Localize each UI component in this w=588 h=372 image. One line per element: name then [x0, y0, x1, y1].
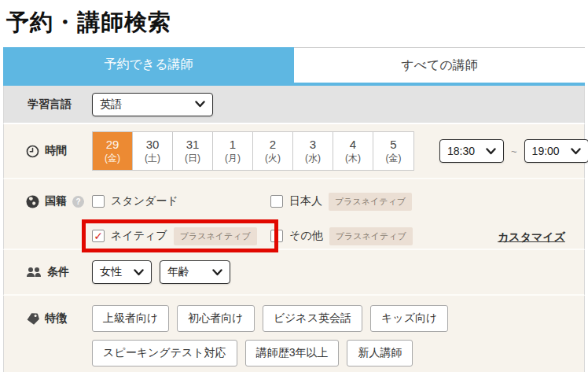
age-select-value: 年齢 — [167, 265, 189, 279]
search-panel: 予約できる講師 すべての講師 学習言語 英語 時間 29 (金) 30 — [3, 47, 585, 372]
date-cell[interactable]: 3 (水) — [293, 132, 333, 170]
checkmark-icon: ✓ — [94, 230, 103, 241]
japanese-checkbox[interactable] — [270, 195, 283, 208]
date-cell[interactable]: 1 (月) — [213, 132, 253, 170]
feature-tags: 上級者向け 初心者向け ビジネス英会話 キッズ向け スピーキングテスト対応 講師… — [92, 305, 584, 366]
globe-icon — [26, 195, 39, 208]
condition-label: 条件 — [47, 265, 69, 279]
chevron-down-icon — [134, 269, 144, 276]
standard-label: スタンダード — [111, 194, 178, 208]
tab-bookable-teachers[interactable]: 予約できる講師 — [3, 47, 294, 83]
chevron-down-icon — [212, 269, 222, 276]
language-select-value: 英語 — [100, 98, 122, 112]
people-icon — [26, 267, 42, 278]
feature-tag-button[interactable]: 初心者向け — [177, 305, 254, 332]
date-cell[interactable]: 29 (金) — [93, 132, 133, 170]
option-standard: スタンダード — [92, 190, 270, 212]
feature-tag-button[interactable]: 新人講師 — [347, 340, 413, 366]
features-label: 特徴 — [45, 311, 67, 326]
age-select[interactable]: 年齢 — [160, 260, 230, 284]
row-features: 特徴 上級者向け 初心者向け ビジネス英会話 キッズ向け スピーキングテスト対応… — [3, 296, 585, 372]
start-time-value: 18:30 — [447, 145, 475, 157]
clock-icon — [26, 145, 39, 158]
feature-tag-button[interactable]: ビジネス英会話 — [263, 305, 362, 332]
tab-bar: 予約できる講師 すべての講師 — [3, 47, 585, 86]
row-time: 時間 29 (金) 30 (土) 31 (日) 1 (月) 2 (火) — [3, 124, 585, 179]
customize-link[interactable]: カスタマイズ — [498, 230, 565, 245]
other-label: その他 — [289, 229, 323, 243]
language-select[interactable]: 英語 — [92, 93, 213, 116]
row-nationality: 国籍 ? スタンダード ✓ ネイティブ プラスネイティブ 日本人 — [3, 179, 585, 250]
date-picker: 29 (金) 30 (土) 31 (日) 1 (月) 2 (火) 3 (水) — [92, 131, 414, 171]
chevron-down-icon — [486, 148, 496, 155]
learning-language-label: 学習言語 — [4, 98, 92, 112]
tag-icon — [26, 312, 39, 326]
date-cell[interactable]: 4 (木) — [333, 132, 373, 170]
chevron-down-icon — [195, 101, 205, 108]
start-time-select[interactable]: 18:30 — [439, 139, 504, 163]
time-range-separator: ~ — [511, 145, 517, 157]
native-checkbox[interactable]: ✓ — [92, 230, 105, 242]
gender-select-value: 女性 — [100, 265, 122, 279]
plus-native-badge: プラスネイティブ — [174, 227, 257, 245]
feature-tag-button[interactable]: スピーキングテスト対応 — [92, 340, 237, 366]
feature-tag-button[interactable]: 講師歴3年以上 — [245, 340, 340, 366]
end-time-value: 19:00 — [532, 145, 560, 157]
plus-native-badge: プラスネイティブ — [329, 227, 413, 245]
date-cell[interactable]: 30 (土) — [133, 132, 173, 170]
time-label: 時間 — [45, 144, 67, 158]
feature-tag-button[interactable]: キッズ向け — [370, 305, 448, 332]
plus-native-badge: プラスネイティブ — [329, 193, 412, 211]
row-learning-language: 学習言語 英語 — [3, 86, 585, 124]
chevron-down-icon — [571, 148, 581, 155]
japanese-label: 日本人 — [289, 194, 322, 208]
page-title: 予約・講師検索 — [0, 0, 588, 47]
date-cell[interactable]: 31 (日) — [173, 132, 213, 170]
option-japanese: 日本人 プラスネイティブ — [270, 190, 413, 212]
feature-tag-button[interactable]: 上級者向け — [92, 305, 169, 332]
other-checkbox[interactable] — [270, 230, 283, 242]
date-cell[interactable]: 2 (火) — [253, 132, 293, 170]
tab-all-teachers[interactable]: すべての講師 — [294, 47, 585, 83]
gender-select[interactable]: 女性 — [92, 260, 152, 284]
date-cell[interactable]: 5 (金) — [373, 132, 413, 170]
row-condition: 条件 女性 年齢 — [3, 250, 585, 296]
end-time-select[interactable]: 19:00 — [524, 139, 588, 163]
help-icon[interactable]: ? — [72, 196, 84, 208]
nationality-label: 国籍 — [45, 194, 67, 208]
option-native: ✓ ネイティブ プラスネイティブ — [92, 225, 270, 247]
native-label: ネイティブ — [111, 229, 167, 243]
time-range: 18:30 ~ 19:00 — [439, 139, 588, 163]
standard-checkbox[interactable] — [92, 195, 105, 208]
nationality-options: スタンダード ✓ ネイティブ プラスネイティブ 日本人 プラスネイティブ その — [92, 190, 584, 247]
option-other: その他 プラスネイティブ — [270, 225, 413, 247]
